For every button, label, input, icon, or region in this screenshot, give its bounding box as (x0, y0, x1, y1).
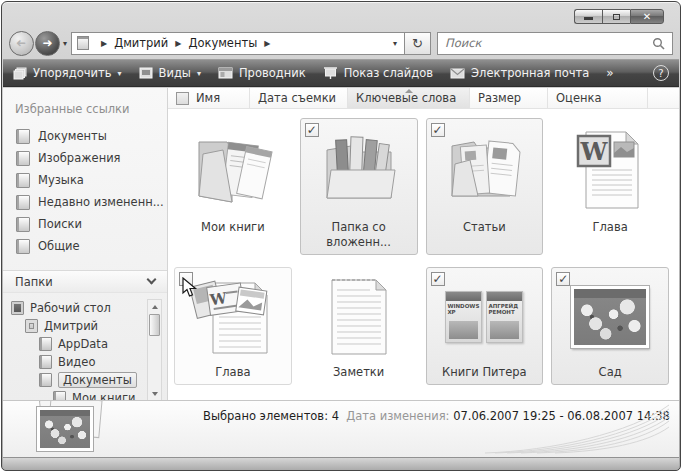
tree-item-documents[interactable]: Документы (3, 371, 167, 389)
column-label: Имя (196, 91, 220, 105)
recent-changes-icon (16, 195, 30, 210)
column-label: Размер (478, 91, 521, 105)
history-dropdown[interactable]: ▾ (60, 39, 71, 48)
item-checkbox[interactable] (431, 123, 445, 137)
select-all-checkbox[interactable] (176, 92, 189, 105)
address-bar[interactable]: ▶ Дмитрий ▶ Документы ▶ ▾ (71, 32, 405, 55)
documents-icon (16, 129, 30, 144)
navigation-bar: ➜ ➜ ▾ ▶ Дмитрий ▶ Документы ▶ ▾ ↻ (9, 28, 673, 58)
column-header-keywords[interactable]: Ключевые слова (348, 88, 470, 109)
help-icon: ? (658, 68, 663, 79)
folder-with-docs-icon (177, 122, 289, 218)
public-icon (16, 239, 30, 254)
organize-button[interactable]: Упорядочить ▾ (13, 66, 122, 80)
tree-scrollbar[interactable] (147, 299, 162, 401)
column-label: Ключевые слова (356, 91, 456, 105)
explore-button[interactable]: Проводник (218, 66, 306, 80)
file-name: Сад (554, 363, 666, 383)
search-input[interactable] (445, 36, 652, 50)
organize-icon (13, 67, 27, 80)
sidebar-item-recent[interactable]: Недавно измененн... (3, 191, 167, 213)
garden-photo (571, 286, 649, 348)
breadcrumb-item[interactable]: Дмитрий (114, 36, 168, 50)
file-tile-garden[interactable]: Сад (551, 267, 669, 385)
chevron-down-icon: ▾ (197, 69, 201, 78)
window-bottom-edge[interactable] (3, 457, 679, 470)
refresh-button[interactable]: ↻ (405, 32, 431, 55)
address-dropdown-icon[interactable]: ▾ (393, 39, 399, 48)
command-toolbar: Упорядочить ▾ Виды ▾ Проводник (3, 59, 679, 87)
column-label: Оценка (556, 91, 601, 105)
tree-item-video[interactable]: Видео (3, 353, 167, 371)
email-icon (450, 68, 465, 79)
file-tile-notes[interactable]: Заметки (300, 267, 418, 385)
chevron-down-icon (147, 275, 157, 285)
forward-button[interactable]: ➜ (35, 31, 60, 56)
file-tile-my-books[interactable]: Мои книги (174, 118, 292, 255)
breadcrumb-arrow-icon[interactable]: ▶ (257, 39, 277, 48)
photo-thumbnail (554, 271, 666, 363)
file-tile-chapter-doc[interactable]: W Глава (551, 118, 669, 255)
column-header-date-taken[interactable]: Дата съемки (250, 88, 348, 109)
breadcrumb-arrow-icon[interactable]: ▶ (168, 39, 188, 48)
icon-grid: Мои книги (174, 118, 677, 397)
sidebar-item-pictures[interactable]: Изображения (3, 147, 167, 169)
searches-icon (16, 217, 30, 232)
videos-icon (39, 355, 52, 369)
back-button[interactable]: ➜ (9, 31, 34, 56)
column-header-size[interactable]: Размер (470, 88, 548, 109)
email-button[interactable]: Электронная почта (450, 66, 589, 80)
item-checkbox[interactable] (556, 272, 570, 286)
file-name: Заметки (303, 363, 415, 383)
maximize-button[interactable] (602, 9, 630, 24)
toolbar-overflow-button[interactable]: » (606, 66, 613, 80)
sidebar-item-documents[interactable]: Документы (3, 125, 167, 147)
arrow-left-icon: ➜ (16, 36, 26, 50)
sidebar-item-label: Документы (38, 129, 107, 143)
tree-item-label: Видео (58, 355, 95, 369)
column-headers: Имя Дата съемки Ключевые слова Размер Оц… (168, 88, 679, 109)
minimize-button[interactable] (574, 9, 602, 24)
close-button[interactable]: ✕ (630, 9, 664, 24)
slideshow-label: Показ слайдов (344, 66, 433, 80)
scroll-down-icon[interactable] (148, 387, 161, 400)
tree-item-label: Дмитрий (44, 319, 98, 333)
documents-icon (39, 373, 52, 387)
file-tile-piter-books[interactable]: WINDOWS XP АПГРЕЙД РЕМОНТ Книги Питера (426, 267, 544, 385)
scrollbar-thumb[interactable] (149, 314, 160, 336)
music-icon (16, 173, 30, 188)
column-header-rating[interactable]: Оценка (548, 88, 648, 109)
tree-item-label-selected: Документы (58, 372, 137, 388)
column-header-name[interactable]: Имя (168, 88, 250, 109)
sidebar-item-label: Изображения (38, 151, 121, 165)
views-button[interactable]: Виды ▾ (139, 66, 201, 80)
sidebar-item-searches[interactable]: Поиски (3, 213, 167, 235)
file-tile-nested-folder[interactable]: Папка со вложенн... (300, 118, 418, 255)
file-name: Книги Питера (429, 363, 541, 383)
tree-item-appdata[interactable]: AppData (3, 335, 167, 353)
folders-band[interactable]: Папки (3, 270, 167, 293)
sidebar-item-music[interactable]: Музыка (3, 169, 167, 191)
tree-item-user[interactable]: Дмитрий (3, 317, 167, 335)
arrow-right-icon: ➜ (42, 36, 52, 50)
file-tile-articles[interactable]: Статьи (426, 118, 544, 255)
scroll-up-icon[interactable] (148, 300, 161, 313)
help-button[interactable]: ? (653, 65, 669, 81)
decorative-swirl (481, 403, 671, 455)
search-box[interactable] (437, 32, 673, 55)
item-checkbox[interactable] (431, 272, 445, 286)
folder-tree: Рабочий стол Дмитрий AppData Видео Докум… (3, 293, 167, 402)
file-tile-chapter-stack[interactable]: W Глава (174, 267, 292, 385)
breadcrumb-arrow-icon[interactable]: ▶ (94, 39, 114, 48)
file-name: Папка со вложенн... (303, 218, 415, 253)
tree-item-desktop[interactable]: Рабочий стол (3, 299, 167, 317)
sidebar-item-label: Поиски (38, 217, 82, 231)
sidebar-item-public[interactable]: Общие (3, 235, 167, 257)
item-checkbox[interactable] (305, 123, 319, 137)
selection-thumbnail (33, 401, 107, 457)
breadcrumb-item[interactable]: Документы (188, 36, 257, 50)
slideshow-button[interactable]: Показ слайдов (323, 66, 433, 80)
mouse-cursor (182, 277, 199, 299)
folder-icon (39, 337, 52, 351)
user-folder-icon (25, 319, 38, 333)
